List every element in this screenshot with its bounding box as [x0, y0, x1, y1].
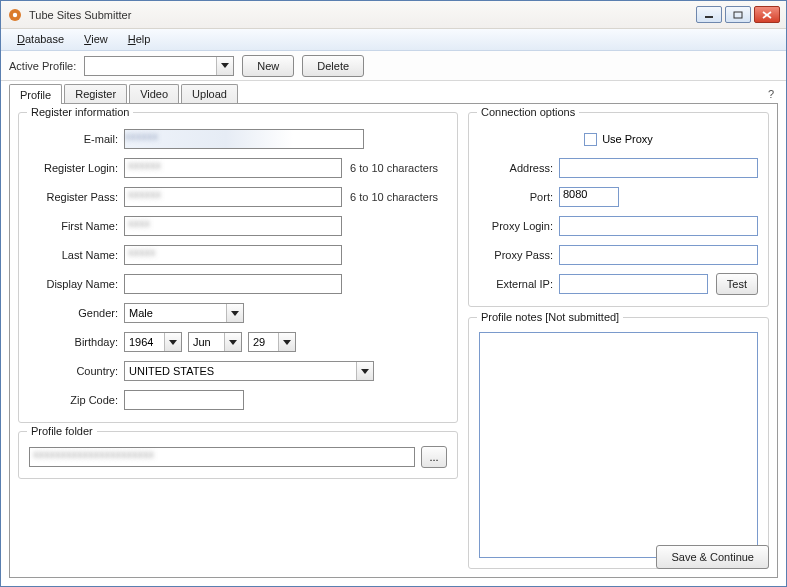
group-connection-options: Connection options Use Proxy Address: Po…	[468, 112, 769, 307]
gender-label: Gender:	[29, 307, 124, 319]
legend-profile-notes: Profile notes [Not submitted]	[477, 311, 623, 323]
chevron-down-icon	[164, 333, 181, 351]
email-input[interactable]: xxxxxx	[124, 129, 364, 149]
register-login-input[interactable]: xxxxxx	[124, 158, 342, 178]
tab-register[interactable]: Register	[64, 84, 127, 103]
maximize-button[interactable]	[725, 6, 751, 23]
chevron-down-icon	[356, 362, 373, 380]
minimize-button[interactable]	[696, 6, 722, 23]
left-column: Register information E-mail: xxxxxx Regi…	[18, 112, 458, 569]
proxy-pass-label: Proxy Pass:	[479, 249, 559, 261]
checkbox-box-icon	[584, 133, 597, 146]
legend-profile-folder: Profile folder	[27, 425, 97, 437]
window-title: Tube Sites Submitter	[29, 9, 696, 21]
last-name-label: Last Name:	[29, 249, 124, 261]
external-ip-input[interactable]	[559, 274, 708, 294]
zip-label: Zip Code:	[29, 394, 124, 406]
address-label: Address:	[479, 162, 559, 174]
last-name-input[interactable]: xxxxx	[124, 245, 342, 265]
birthday-month: Jun	[189, 336, 224, 348]
register-pass-label: Register Pass:	[29, 191, 124, 203]
help-icon[interactable]: ?	[764, 85, 778, 103]
birthday-day-select[interactable]: 29	[248, 332, 296, 352]
birthday-day: 29	[249, 336, 278, 348]
tabs-area: Profile Register Video Upload ? Register…	[1, 81, 786, 586]
menu-help[interactable]: Help	[118, 29, 161, 50]
register-login-label: Register Login:	[29, 162, 124, 174]
pass-hint: 6 to 10 characters	[350, 191, 438, 203]
svg-rect-3	[734, 12, 742, 18]
group-profile-notes: Profile notes [Not submitted]	[468, 317, 769, 569]
menu-view[interactable]: View	[74, 29, 118, 50]
zip-input[interactable]	[124, 390, 244, 410]
menu-database[interactable]: Database	[7, 29, 74, 50]
gender-select[interactable]: Male	[124, 303, 244, 323]
country-label: Country:	[29, 365, 124, 377]
chevron-down-icon	[216, 57, 233, 75]
birthday-label: Birthday:	[29, 336, 124, 348]
birthday-year-select[interactable]: 1964	[124, 332, 182, 352]
app-gear-icon	[7, 7, 23, 23]
tab-row: Profile Register Video Upload ?	[9, 81, 778, 103]
group-profile-folder: Profile folder xxxxxxxxxxxxxxxxxxxxxx ..…	[18, 431, 458, 479]
gender-value: Male	[125, 307, 226, 319]
country-value: UNITED STATES	[125, 365, 356, 377]
proxy-login-input[interactable]	[559, 216, 758, 236]
use-proxy-checkbox[interactable]: Use Proxy	[584, 133, 653, 146]
close-icon	[762, 11, 772, 19]
svg-point-1	[13, 12, 17, 16]
active-profile-select[interactable]	[84, 56, 234, 76]
email-label: E-mail:	[29, 133, 124, 145]
display-name-input[interactable]	[124, 274, 342, 294]
port-input[interactable]: 8080	[559, 187, 619, 207]
chevron-down-icon	[224, 333, 241, 351]
tab-profile[interactable]: Profile	[9, 84, 62, 104]
country-select[interactable]: UNITED STATES	[124, 361, 374, 381]
svg-rect-2	[705, 16, 713, 18]
group-register-info: Register information E-mail: xxxxxx Regi…	[18, 112, 458, 423]
save-continue-button[interactable]: Save & Continue	[656, 545, 769, 569]
chevron-down-icon	[226, 304, 243, 322]
right-column: Connection options Use Proxy Address: Po…	[468, 112, 769, 569]
profile-notes-textarea[interactable]	[479, 332, 758, 558]
test-button[interactable]: Test	[716, 273, 758, 295]
login-hint: 6 to 10 characters	[350, 162, 438, 174]
tab-video[interactable]: Video	[129, 84, 179, 103]
address-input[interactable]	[559, 158, 758, 178]
window-buttons	[696, 6, 780, 23]
menubar: Database View Help	[1, 29, 786, 51]
maximize-icon	[733, 11, 743, 19]
new-button[interactable]: New	[242, 55, 294, 77]
port-label: Port:	[479, 191, 559, 203]
delete-button[interactable]: Delete	[302, 55, 364, 77]
proxy-pass-input[interactable]	[559, 245, 758, 265]
first-name-label: First Name:	[29, 220, 124, 232]
legend-connection: Connection options	[477, 106, 579, 118]
display-name-label: Display Name:	[29, 278, 124, 290]
active-profile-label: Active Profile:	[9, 60, 76, 72]
tab-upload[interactable]: Upload	[181, 84, 238, 103]
toolbar: Active Profile: New Delete	[1, 51, 786, 81]
proxy-login-label: Proxy Login:	[479, 220, 559, 232]
birthday-year: 1964	[125, 336, 164, 348]
external-ip-label: External IP:	[479, 278, 559, 290]
profile-folder-input[interactable]: xxxxxxxxxxxxxxxxxxxxxx	[29, 447, 415, 467]
footer: Save & Continue	[656, 545, 769, 569]
legend-register-info: Register information	[27, 106, 133, 118]
titlebar: Tube Sites Submitter	[1, 1, 786, 29]
tab-panel-profile: Register information E-mail: xxxxxx Regi…	[9, 103, 778, 578]
birthday-month-select[interactable]: Jun	[188, 332, 242, 352]
close-button[interactable]	[754, 6, 780, 23]
use-proxy-label: Use Proxy	[602, 133, 653, 145]
first-name-input[interactable]: xxxx	[124, 216, 342, 236]
chevron-down-icon	[278, 333, 295, 351]
minimize-icon	[704, 11, 714, 19]
register-pass-input[interactable]: xxxxxx	[124, 187, 342, 207]
app-window: Tube Sites Submitter Database View Help …	[0, 0, 787, 587]
browse-button[interactable]: ...	[421, 446, 447, 468]
